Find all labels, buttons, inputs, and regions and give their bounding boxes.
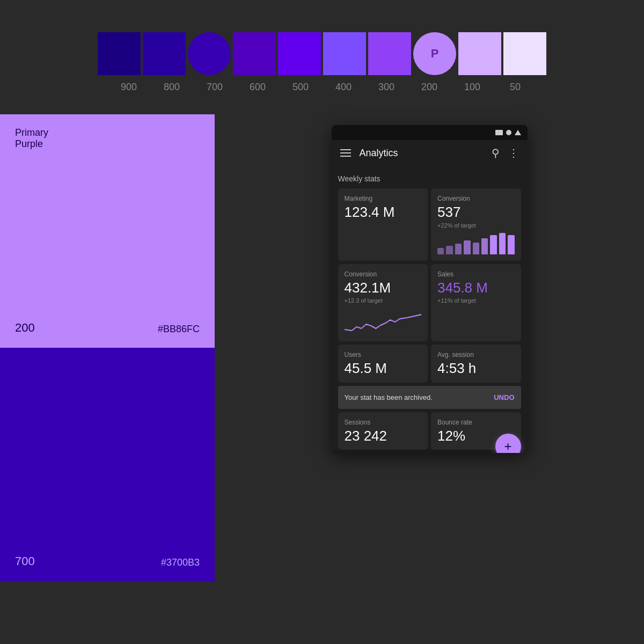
swatch-800 xyxy=(143,32,186,75)
panel-bottom-200: 200 #BB86FC xyxy=(15,321,200,335)
stat-value-marketing: 123.4 M xyxy=(345,204,422,220)
stat-label-sales: Sales xyxy=(437,270,515,278)
panel-number-200: 200 xyxy=(15,321,35,335)
color-panel-700: 700 #3700B3 xyxy=(0,348,215,581)
stat-sub-sales: +11% of target xyxy=(437,297,515,304)
bottom-section: Primary Purple 200 #BB86FC 700 #3700B3 xyxy=(0,114,644,581)
bar-2 xyxy=(446,246,452,254)
stat-value-conv-top: 537 xyxy=(437,204,515,220)
left-panels: Primary Purple 200 #BB86FC 700 #3700B3 xyxy=(0,114,215,581)
stats-grid-3: Users 45.5 M Avg. session 4:53 h xyxy=(338,345,521,383)
panel-label-purple: Purple xyxy=(15,138,200,150)
swatch-500 xyxy=(278,32,321,75)
panel-hex-700: #3700B3 xyxy=(161,557,200,568)
panel-number-700: 700 xyxy=(15,554,35,568)
weekly-stats-label: Weekly stats xyxy=(338,170,521,188)
bar-1 xyxy=(437,248,444,254)
line-chart-svg xyxy=(345,308,422,335)
swatch-400 xyxy=(323,32,366,75)
palette-section: P 900 800 700 600 500 400 300 200 100 50 xyxy=(0,0,644,114)
stat-label-bounce: Bounce rate xyxy=(437,419,515,426)
fab-button[interactable]: + xyxy=(495,434,521,453)
bar-8 xyxy=(499,233,506,254)
stat-card-users: Users 45.5 M xyxy=(338,345,428,383)
shade-label-600: 600 xyxy=(236,82,279,93)
swatch-100 xyxy=(458,32,501,75)
stat-label-conv-line: Conversion xyxy=(345,270,422,278)
search-icon[interactable]: ⚲ xyxy=(492,147,500,159)
stat-label-conv-top: Conversion xyxy=(437,195,515,202)
menu-line xyxy=(340,152,351,153)
shade-label-300: 300 xyxy=(365,82,408,93)
swatch-300 xyxy=(368,32,411,75)
stat-label-users: Users xyxy=(345,351,422,358)
stat-card-sales: Sales 345.8 M +11% of target xyxy=(431,264,521,342)
panel-hex-200: #BB86FC xyxy=(158,324,200,335)
wifi-icon xyxy=(515,130,521,135)
app-bar: Analytics ⚲ ⋮ xyxy=(332,140,528,166)
more-icon[interactable]: ⋮ xyxy=(508,147,519,159)
stats-grid-2: Conversion 432.1M +12.3 of target Sales … xyxy=(338,264,521,342)
stat-sub-conv-line: +12.3 of target xyxy=(345,297,422,304)
stat-value-sales: 345.8 M xyxy=(437,280,515,296)
app-title: Analytics xyxy=(360,148,398,159)
swatch-200: P xyxy=(413,32,456,75)
stat-card-marketing: Marketing 123.4 M xyxy=(338,188,428,261)
bar-3 xyxy=(455,244,462,254)
stat-sub-conv-top: +22% of target xyxy=(437,222,515,229)
app-bar-actions: ⚲ ⋮ xyxy=(492,147,519,159)
swatch-labels: 900 800 700 600 500 400 300 200 100 50 xyxy=(107,75,537,93)
swatch-700 xyxy=(188,32,231,75)
mini-bar-chart xyxy=(437,233,515,254)
stat-label-sessions: Sessions xyxy=(345,419,422,426)
signal-icon xyxy=(506,130,511,135)
swatch-200-letter: P xyxy=(431,47,439,61)
mini-line-chart xyxy=(345,308,422,335)
menu-icon[interactable] xyxy=(340,149,351,157)
stat-card-sessions: Sessions 23 242 xyxy=(338,412,428,450)
shade-label-100: 100 xyxy=(451,82,494,93)
stat-card-avg-session: Avg. session 4:53 h xyxy=(431,345,521,383)
shade-label-200: 200 xyxy=(408,82,451,93)
color-swatches: P xyxy=(98,32,546,75)
stat-value-conv-line: 432.1M xyxy=(345,280,422,296)
stats-grid-1: Marketing 123.4 M Conversion 537 +22% of… xyxy=(338,188,521,261)
stat-value-avg: 4:53 h xyxy=(437,361,515,376)
panel-label-primary: Primary xyxy=(15,127,200,138)
swatch-50 xyxy=(503,32,546,75)
snackbar-undo-button[interactable]: UNDO xyxy=(494,393,514,401)
app-content: Weekly stats Marketing 123.4 M Conversio… xyxy=(332,166,528,450)
bar-4 xyxy=(464,240,470,254)
right-section: Analytics ⚲ ⋮ Weekly stats Marketing 123… xyxy=(215,114,644,581)
stat-label-marketing: Marketing xyxy=(345,195,422,202)
snackbar: Your stat has been archived. UNDO xyxy=(338,386,521,409)
bar-5 xyxy=(473,243,479,254)
phone-status-bar xyxy=(332,125,528,140)
battery-icon xyxy=(495,130,503,135)
stat-card-conversion-top: Conversion 537 +22% of target xyxy=(431,188,521,261)
swatch-600 xyxy=(233,32,276,75)
swatch-900 xyxy=(98,32,141,75)
stats-bottom: Sessions 23 242 Bounce rate 12% + xyxy=(338,412,521,450)
menu-line xyxy=(340,156,351,157)
shade-label-50: 50 xyxy=(494,82,537,93)
panel-labels-200: Primary Purple xyxy=(15,127,200,150)
phone-mockup: Analytics ⚲ ⋮ Weekly stats Marketing 123… xyxy=(332,125,528,453)
shade-label-500: 500 xyxy=(279,82,322,93)
shade-label-700: 700 xyxy=(193,82,236,93)
menu-line xyxy=(340,149,351,150)
stat-card-conversion-line: Conversion 432.1M +12.3 of target xyxy=(338,264,428,342)
shade-label-800: 800 xyxy=(150,82,193,93)
bar-7 xyxy=(490,235,496,254)
panel-bottom-700: 700 #3700B3 xyxy=(15,554,200,568)
fab-icon: + xyxy=(504,439,511,453)
bar-6 xyxy=(481,238,488,254)
color-panel-200: Primary Purple 200 #BB86FC xyxy=(0,114,215,348)
stat-value-users: 45.5 M xyxy=(345,361,422,376)
shade-label-400: 400 xyxy=(322,82,365,93)
bar-9 xyxy=(508,235,514,254)
shade-label-900: 900 xyxy=(107,82,150,93)
stat-label-avg: Avg. session xyxy=(437,351,515,358)
stat-value-sessions: 23 242 xyxy=(345,428,422,444)
snackbar-text: Your stat has been archived. xyxy=(345,393,433,401)
